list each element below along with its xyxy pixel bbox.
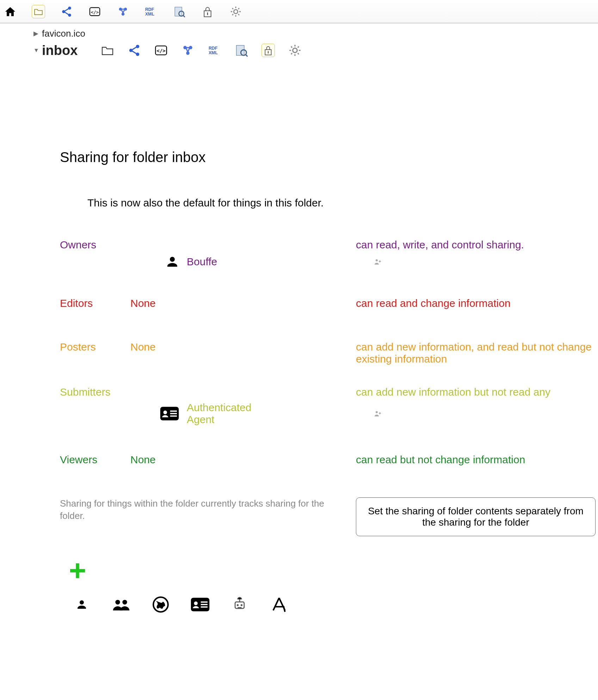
top-toolbar: </> RDFXML — [0, 0, 598, 23]
share-icon[interactable] — [60, 5, 73, 18]
share-icon[interactable] — [128, 44, 141, 57]
app-icon[interactable] — [269, 595, 289, 614]
tree-item-label: favicon.ico — [42, 28, 85, 39]
home-icon[interactable] — [4, 5, 17, 18]
tree-item-favicon[interactable]: ▶ favicon.ico — [33, 26, 598, 41]
role-none: None — [130, 454, 349, 466]
set-separate-sharing-button[interactable]: Set the sharing of folder contents separ… — [356, 497, 596, 536]
role-label: Viewers — [60, 454, 123, 466]
svg-rect-28 — [268, 51, 269, 54]
svg-point-41 — [194, 601, 198, 605]
card-icon[interactable] — [190, 595, 210, 614]
svg-point-38 — [122, 600, 127, 605]
tree-item-label: inbox — [42, 43, 78, 58]
page-title: Sharing for folder inbox — [60, 149, 598, 165]
owner-agent-row: Bouffe — [60, 254, 598, 269]
tracking-row: Sharing for things within the folder cur… — [60, 497, 598, 536]
tracking-text: Sharing for things within the folder cur… — [60, 497, 345, 522]
svg-text:RDF: RDF — [145, 7, 154, 12]
molecule-icon[interactable] — [116, 5, 130, 18]
roles-table: Owners can read, write, and control shar… — [60, 239, 598, 466]
search-icon[interactable] — [235, 44, 248, 57]
svg-point-14 — [234, 10, 238, 13]
svg-point-47 — [241, 604, 243, 606]
svg-rect-33 — [170, 410, 177, 412]
role-label: Submitters — [60, 386, 123, 398]
role-viewers: Viewers None can read but not change inf… — [60, 454, 598, 466]
role-desc: can read but not change information — [356, 454, 598, 466]
role-desc: can add new information but not read any — [356, 386, 598, 398]
row-toolbar: </> RDFXML — [101, 44, 302, 57]
svg-point-46 — [237, 604, 239, 606]
svg-rect-48 — [238, 607, 242, 608]
role-owners: Owners can read, write, and control shar… — [60, 239, 598, 251]
chevron-down-icon: ▼ — [33, 47, 40, 54]
svg-text:</>: </> — [156, 48, 166, 54]
tree-view: ▶ favicon.ico ▼ inbox </> RDFXML — [0, 23, 598, 58]
code-icon[interactable]: </> — [154, 44, 168, 57]
role-none: None — [130, 297, 349, 309]
role-desc: can read and change information — [356, 297, 598, 309]
agent-name[interactable]: Authenticated Agent — [187, 402, 278, 426]
lock-icon[interactable] — [201, 5, 214, 18]
lock-icon[interactable] — [261, 44, 275, 57]
role-label: Posters — [60, 341, 123, 353]
card-icon — [159, 406, 180, 421]
code-icon[interactable]: </> — [88, 5, 101, 18]
role-submitters: Submitters can add new information but n… — [60, 386, 598, 398]
role-none: None — [130, 341, 349, 353]
rdfxml-icon[interactable]: RDFXML — [208, 44, 221, 57]
agent-name[interactable]: Bouffe — [187, 256, 278, 268]
chevron-right-icon: ▶ — [33, 30, 40, 37]
role-desc: can add new information, and read but no… — [356, 341, 598, 365]
group-icon[interactable] — [111, 595, 131, 614]
main-content: Sharing for folder inbox This is now als… — [0, 58, 598, 614]
svg-rect-35 — [170, 415, 177, 417]
svg-point-29 — [293, 48, 297, 53]
add-person-icon[interactable] — [374, 409, 598, 418]
svg-point-37 — [115, 600, 120, 605]
gear-icon[interactable] — [229, 5, 242, 18]
tree-item-inbox[interactable]: ▼ inbox </> RDFXML — [33, 43, 598, 58]
role-posters: Posters None can add new information, an… — [60, 341, 598, 365]
svg-text:RDF: RDF — [209, 46, 218, 51]
submitter-agent-row: Authenticated Agent — [60, 402, 598, 426]
globe-icon[interactable] — [151, 595, 171, 614]
person-icon — [165, 254, 180, 269]
svg-rect-42 — [201, 601, 208, 603]
role-label: Editors — [60, 297, 123, 309]
search-icon[interactable] — [173, 5, 186, 18]
add-person-icon[interactable] — [374, 258, 598, 266]
svg-point-32 — [164, 410, 167, 414]
svg-text:XML: XML — [209, 50, 218, 55]
page-subtitle: This is now also the default for things … — [87, 197, 598, 209]
svg-point-36 — [376, 411, 378, 413]
svg-rect-44 — [201, 606, 208, 608]
molecule-icon[interactable] — [181, 44, 195, 57]
role-desc: can read, write, and control sharing. — [356, 239, 598, 251]
svg-rect-43 — [201, 604, 208, 605]
svg-text:</>: </> — [91, 9, 99, 14]
svg-rect-13 — [207, 12, 208, 15]
plus-icon[interactable] — [68, 561, 598, 581]
folder-icon[interactable] — [101, 44, 114, 57]
role-label: Owners — [60, 239, 123, 251]
person-icon[interactable] — [72, 595, 92, 614]
svg-point-30 — [376, 259, 378, 261]
folder-icon[interactable] — [32, 5, 45, 18]
role-editors: Editors None can read and change informa… — [60, 297, 598, 309]
svg-rect-34 — [170, 413, 177, 414]
robot-icon[interactable] — [230, 595, 249, 614]
agent-type-icons — [72, 595, 598, 614]
svg-text:XML: XML — [145, 12, 155, 17]
gear-icon[interactable] — [288, 44, 302, 57]
rdfxml-icon[interactable]: RDFXML — [144, 5, 158, 18]
